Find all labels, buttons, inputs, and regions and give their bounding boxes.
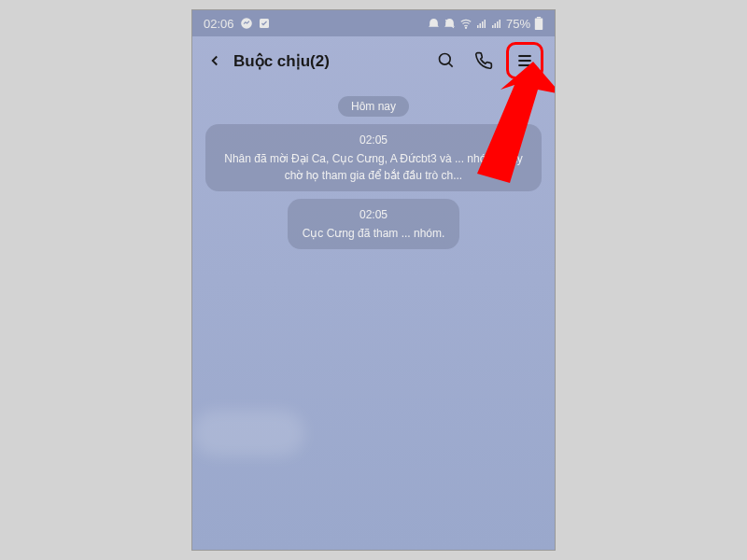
alarm-icon <box>428 18 440 30</box>
svg-rect-12 <box>537 17 541 18</box>
mute-icon <box>444 18 456 30</box>
status-bar: 02:06 75% <box>192 10 555 36</box>
battery-icon <box>534 17 543 30</box>
search-icon <box>437 51 456 70</box>
svg-rect-4 <box>477 25 479 28</box>
status-left: 02:06 <box>204 17 270 31</box>
chat-area: Hôm nay 02:05 Nhân đã mời Đại Ca, Cục Cư… <box>192 85 555 260</box>
svg-rect-5 <box>479 23 481 28</box>
svg-rect-10 <box>497 21 499 28</box>
message-text: Nhân đã mời Đại Ca, Cục Cưng, A Đứcbt3 v… <box>220 150 527 184</box>
message-text: Cục Cưng đã tham ... nhóm. <box>303 225 445 242</box>
message-time: 02:05 <box>220 132 527 148</box>
svg-rect-7 <box>484 20 486 28</box>
svg-line-15 <box>449 63 453 67</box>
signal-icon-1 <box>476 18 487 29</box>
menu-button-highlighted[interactable] <box>506 42 543 79</box>
date-badge: Hôm nay <box>338 96 409 117</box>
svg-rect-8 <box>492 25 494 28</box>
system-message: 02:05 Cục Cưng đã tham ... nhóm. <box>288 199 460 249</box>
battery-percent: 75% <box>506 17 530 31</box>
checkbox-icon <box>259 18 270 29</box>
cloud-decoration <box>192 410 304 456</box>
wifi-icon <box>459 17 472 30</box>
phone-icon <box>474 51 493 70</box>
svg-point-3 <box>465 27 466 28</box>
messenger-icon <box>240 17 253 30</box>
system-message: 02:05 Nhân đã mời Đại Ca, Cục Cưng, A Đứ… <box>205 124 542 191</box>
nav-bar: Buộc chịu(2) <box>192 36 555 85</box>
message-time: 02:05 <box>303 206 445 223</box>
chevron-left-icon <box>206 52 223 69</box>
svg-rect-9 <box>494 23 496 28</box>
status-time: 02:06 <box>204 17 234 31</box>
back-button[interactable] <box>204 49 226 72</box>
status-right: 75% <box>428 17 543 31</box>
svg-point-14 <box>440 54 451 65</box>
chat-title: Buộc chịu(2) <box>233 51 424 71</box>
svg-rect-13 <box>535 18 543 30</box>
signal-icon-2 <box>491 18 502 29</box>
svg-rect-11 <box>499 20 500 28</box>
phone-screen: 02:06 75% <box>191 9 556 551</box>
search-button[interactable] <box>431 46 461 76</box>
call-button[interactable] <box>469 46 499 76</box>
svg-rect-6 <box>482 21 484 28</box>
hamburger-menu-icon <box>515 51 534 70</box>
